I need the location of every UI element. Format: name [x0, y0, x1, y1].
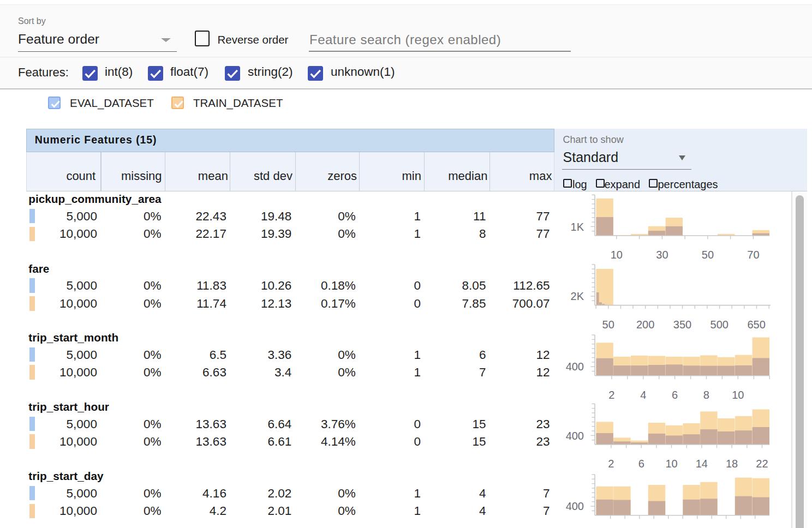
svg-text:200: 200 [636, 319, 654, 331]
svg-text:1K: 1K [571, 221, 584, 233]
svg-text:500: 500 [710, 319, 729, 331]
svg-text:400: 400 [566, 430, 584, 442]
svg-text:2K: 2K [571, 290, 584, 302]
svg-text:70: 70 [747, 249, 759, 261]
svg-text:30: 30 [656, 249, 668, 261]
svg-text:400: 400 [566, 361, 584, 373]
svg-text:50: 50 [602, 319, 614, 331]
svg-text:50: 50 [702, 249, 714, 261]
svg-text:10: 10 [611, 249, 623, 261]
svg-text:400: 400 [566, 500, 584, 512]
svg-text:350: 350 [673, 319, 691, 331]
svg-text:650: 650 [748, 319, 766, 331]
